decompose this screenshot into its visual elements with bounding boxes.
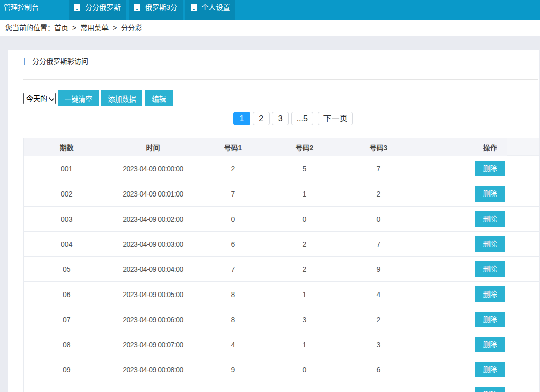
table-cell: 2023-04-09 00:05:00 <box>110 282 196 307</box>
table-cell: 2023-04-09 00:00:00 <box>110 156 196 181</box>
table-cell: 9 <box>196 357 270 382</box>
table-cell: 7 <box>196 181 270 207</box>
table-cell: 0 <box>340 207 417 232</box>
breadcrumb-prefix: 您当前的位置： <box>5 24 54 32</box>
delete-button[interactable]: 删除 <box>475 211 505 227</box>
delete-button[interactable]: 删除 <box>475 186 505 202</box>
table-cell: 6 <box>340 357 417 382</box>
table-container: 期数时间号码1号码2号码3操作 0012023-04-09 00:00:0025… <box>23 138 539 392</box>
delete-button[interactable]: 删除 <box>475 337 505 352</box>
breadcrumb-separator: > <box>113 24 117 32</box>
table-cell: 5 <box>270 156 340 181</box>
delete-button[interactable]: 删除 <box>475 236 505 252</box>
edit-button[interactable]: 编辑 <box>145 90 173 106</box>
table-cell <box>270 382 340 392</box>
table-cell-actions: 删除 <box>417 156 539 181</box>
nav-item-label: 个人设置 <box>202 4 230 20</box>
table-cell-actions: 删除 <box>417 307 539 332</box>
table-cell: 8 <box>196 282 270 307</box>
table-cell <box>110 382 196 392</box>
delete-button[interactable]: 删除 <box>475 312 505 327</box>
next-page-button[interactable]: 下一页 <box>318 112 353 125</box>
table-cell: 07 <box>24 307 110 332</box>
delete-button[interactable]: 删除 <box>475 261 505 277</box>
select-wrapper: 今天的 <box>23 93 56 104</box>
nav-item-1[interactable]: 分分俄罗斯 <box>69 0 126 20</box>
table-cell: 2023-04-09 00:07:00 <box>110 332 196 357</box>
table-row: 062023-04-09 00:05:00814删除 <box>24 282 539 307</box>
clear-all-button[interactable]: 一键清空 <box>58 90 99 106</box>
breadcrumb-item[interactable]: 首页 <box>54 24 68 32</box>
table-cell: 05 <box>24 257 110 282</box>
table-cell-actions: 删除 <box>417 332 539 357</box>
page-button[interactable]: 3 <box>272 112 289 125</box>
table-cell: 2 <box>340 307 417 332</box>
table-cell: 2023-04-09 00:01:00 <box>110 181 196 207</box>
nav-item-2[interactable]: 俄罗斯3分 <box>129 0 183 20</box>
nav-menu: 分分俄罗斯俄罗斯3分个人设置 <box>69 0 238 20</box>
table-cell: 2023-04-09 00:06:00 <box>110 307 196 332</box>
table-row: 072023-04-09 00:06:00832删除 <box>24 307 539 332</box>
table-cell: 2 <box>196 156 270 181</box>
delete-button[interactable]: 删除 <box>475 286 505 302</box>
page-button-active[interactable]: 1 <box>233 112 250 125</box>
nav-item-3[interactable]: 个人设置 <box>185 0 235 20</box>
top-navbar: 管理控制台 分分俄罗斯俄罗斯3分个人设置 <box>0 0 540 20</box>
building-icon <box>134 4 140 11</box>
breadcrumb-items: 首页>常用菜单>分分彩 <box>54 24 142 32</box>
table-cell: 1 <box>270 282 340 307</box>
table-cell-actions: 删除 <box>417 207 539 232</box>
table-cell <box>340 382 417 392</box>
table-cell: 7 <box>340 232 417 257</box>
title-marker-bar <box>24 58 25 65</box>
table-cell: 7 <box>196 257 270 282</box>
date-filter-select[interactable]: 今天的 <box>23 93 56 104</box>
page-button[interactable]: ...5 <box>291 112 313 125</box>
table-cell: 2 <box>270 232 340 257</box>
column-header: 号码1 <box>196 138 270 156</box>
table-cell: 2023-04-09 00:08:00 <box>110 357 196 382</box>
breadcrumb-separator: > <box>72 24 76 32</box>
table-cell: 1 <box>270 332 340 357</box>
table-cell: 002 <box>24 181 110 207</box>
page-button[interactable]: 2 <box>253 112 270 125</box>
table-row: 0042023-04-09 00:03:00627删除 <box>24 232 539 257</box>
table-cell-actions: 删除 <box>417 382 539 392</box>
delete-button[interactable]: 删除 <box>475 387 505 392</box>
table-cell: 2023-04-09 00:02:00 <box>110 207 196 232</box>
header-right-filler <box>507 138 539 156</box>
table-row: 082023-04-09 00:07:00413删除 <box>24 332 539 357</box>
divider <box>23 79 538 80</box>
pagination: 123...5下一页 <box>233 112 353 125</box>
breadcrumb-item[interactable]: 常用菜单 <box>80 24 109 32</box>
table-header-row: 期数时间号码1号码2号码3操作 <box>24 138 539 156</box>
table-row: 0032023-04-09 00:02:00000删除 <box>24 207 539 232</box>
table-cell: 2 <box>340 181 417 207</box>
column-header: 号码2 <box>270 138 340 156</box>
app-title: 管理控制台 <box>4 4 39 11</box>
table-cell: 2 <box>270 257 340 282</box>
table-cell: 08 <box>24 332 110 357</box>
breadcrumb-item: 分分彩 <box>121 24 142 32</box>
column-header: 号码3 <box>340 138 417 156</box>
table-cell: 0 <box>270 207 340 232</box>
table-row: 052023-04-09 00:04:00729删除 <box>24 257 539 282</box>
data-table: 期数时间号码1号码2号码3操作 0012023-04-09 00:00:0025… <box>23 138 539 392</box>
table-cell: 003 <box>24 207 110 232</box>
column-header: 时间 <box>110 138 196 156</box>
table-cell: 2023-04-09 00:03:00 <box>110 232 196 257</box>
table-cell: 004 <box>24 232 110 257</box>
table-cell: 4 <box>196 332 270 357</box>
table-cell <box>196 382 270 392</box>
nav-item-label: 分分俄罗斯 <box>85 4 121 20</box>
table-cell: 1 <box>270 181 340 207</box>
table-cell: 6 <box>196 232 270 257</box>
toolbar: 今天的 一键清空 添加数据 编辑 <box>23 90 176 106</box>
table-cell: 4 <box>340 282 417 307</box>
delete-button[interactable]: 删除 <box>475 161 505 176</box>
delete-button[interactable]: 删除 <box>475 362 505 377</box>
add-data-button[interactable]: 添加数据 <box>101 90 142 106</box>
table-cell: 7 <box>340 156 417 181</box>
table-cell: 3 <box>270 307 340 332</box>
table-cell: 8 <box>196 307 270 332</box>
